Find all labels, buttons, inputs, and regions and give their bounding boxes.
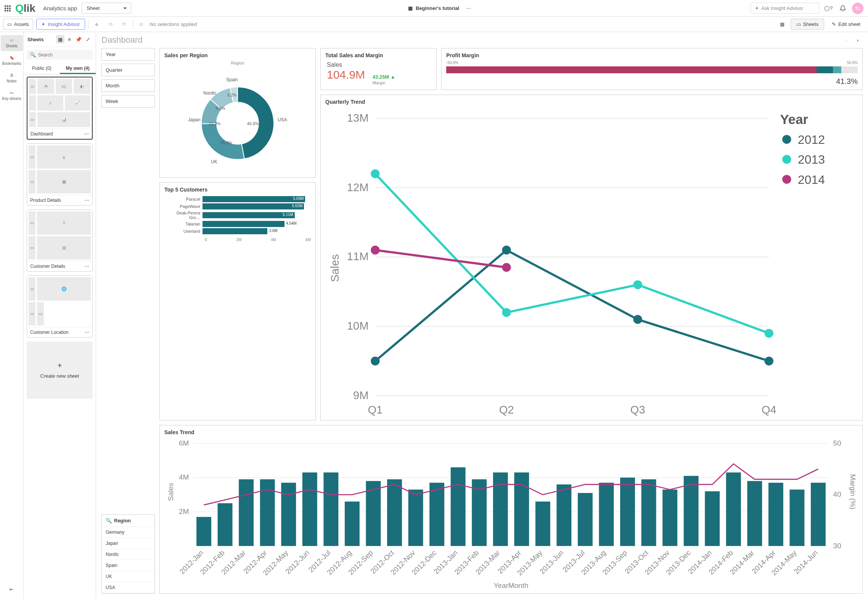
qlik-logo: Qlik xyxy=(15,2,35,14)
svg-rect-60 xyxy=(345,502,360,546)
filter-week[interactable]: Week xyxy=(101,95,155,108)
grid-icon[interactable]: ▦ xyxy=(777,19,788,30)
next-sheet-button[interactable]: › xyxy=(853,35,863,45)
svg-text:11M: 11M xyxy=(347,250,369,262)
insight-advisor-button[interactable]: ✦ Insight Advisor xyxy=(36,19,85,30)
sheet-card-dashboard[interactable]: ▭◔#1◐ ⫽📈 ▭📊 Dashboard⋯ xyxy=(27,77,93,140)
rail-key-drivers[interactable]: 🗝Key drivers xyxy=(1,88,23,104)
region-item[interactable]: Spain xyxy=(102,560,154,571)
key-icon: 🗝 xyxy=(10,91,14,95)
svg-rect-58 xyxy=(302,473,317,546)
grid-view-icon[interactable]: ▦ xyxy=(56,35,64,43)
more-icon[interactable]: ⋯ xyxy=(85,198,89,203)
svg-rect-70 xyxy=(556,485,571,546)
svg-point-33 xyxy=(371,246,379,254)
svg-rect-59 xyxy=(323,473,338,546)
search-input[interactable]: 🔍 xyxy=(27,50,93,60)
svg-rect-79 xyxy=(747,481,762,546)
step-forward-icon: ⟳ xyxy=(119,19,130,30)
sheet-card-customer-details[interactable]: ▭⠿▭▤ Customer Details⋯ xyxy=(27,209,93,272)
svg-rect-64 xyxy=(429,483,444,546)
svg-rect-75 xyxy=(662,490,677,546)
tutorial-title[interactable]: ▦ Beginner's tutorial xyxy=(408,5,459,11)
selections-status: No selections applied xyxy=(150,21,197,27)
edit-sheet-button[interactable]: ✎Edit sheet xyxy=(827,19,865,29)
svg-text:13M: 13M xyxy=(347,112,369,124)
sparkle-icon: ✦ xyxy=(755,5,759,11)
svg-rect-80 xyxy=(768,483,783,546)
svg-text:40: 40 xyxy=(833,491,841,499)
app-launcher-icon[interactable] xyxy=(5,5,11,11)
svg-rect-68 xyxy=(514,473,529,546)
filter-region: 🔍Region Germany Japan Nordic Spain UK US… xyxy=(101,514,155,594)
region-item[interactable]: USA xyxy=(102,582,154,593)
rail-sheets[interactable]: ▭Sheets xyxy=(1,35,23,51)
svg-text:9M: 9M xyxy=(353,389,368,401)
prev-sheet-button[interactable]: ‹ xyxy=(841,35,851,45)
sheets-icon: ▭ xyxy=(10,38,13,42)
sheet-card-label: Customer Details xyxy=(30,264,65,269)
svg-text:2M: 2M xyxy=(179,507,189,515)
svg-text:Sales: Sales xyxy=(329,254,341,282)
svg-rect-81 xyxy=(789,490,804,546)
svg-rect-57 xyxy=(281,483,296,546)
rail-bookmarks[interactable]: 🔖Bookmarks xyxy=(1,53,23,69)
kpi-profit-margin[interactable]: Profit Margin -50.0%50.0% 41.3% xyxy=(441,48,863,90)
sheet-card-customer-location[interactable]: ▭🌐▭▭ Customer Location⋯ xyxy=(27,275,93,338)
more-icon[interactable]: ⋯ xyxy=(463,3,474,14)
svg-point-28 xyxy=(765,357,773,366)
avatar[interactable]: TL xyxy=(852,3,863,14)
help-icon[interactable]: ◯? xyxy=(823,3,834,14)
svg-text:Q4: Q4 xyxy=(762,404,776,416)
region-item[interactable]: Japan xyxy=(102,538,154,549)
svg-text:12M: 12M xyxy=(347,181,369,193)
bookmark-icon: 🔖 xyxy=(10,56,14,60)
sheet-dropdown[interactable]: Sheet xyxy=(82,3,131,14)
tab-public[interactable]: Public (0) xyxy=(24,63,60,74)
sheet-card-product-details[interactable]: ▭⫼▭▦ Product Details⋯ xyxy=(27,143,93,206)
svg-rect-54 xyxy=(218,503,233,546)
app-name: Analytics app xyxy=(43,5,77,11)
create-new-sheet-button[interactable]: + Create new sheet xyxy=(27,341,93,399)
smart-search-icon[interactable]: ⟡ xyxy=(92,19,102,30)
svg-point-32 xyxy=(765,329,773,338)
tab-my-own[interactable]: My own (4) xyxy=(60,63,96,74)
svg-point-31 xyxy=(633,280,642,289)
svg-text:Sales: Sales xyxy=(167,483,175,501)
svg-text:UK: UK xyxy=(211,159,217,164)
kpi-total-sales[interactable]: Total Sales and Margin Sales 104.9M · 43… xyxy=(320,48,437,90)
more-icon[interactable]: ⋯ xyxy=(84,131,89,137)
region-item[interactable]: Germany xyxy=(102,527,154,538)
chart-quarterly-trend[interactable]: Quarterly Trend 9M10M11M12M13MQ1Q2Q3Q4Sa… xyxy=(320,95,863,420)
assets-button[interactable]: ▭ Assets xyxy=(3,19,33,30)
svg-text:Q3: Q3 xyxy=(630,404,645,416)
collapse-rail-icon[interactable]: ⇤ xyxy=(6,584,17,594)
filter-quarter[interactable]: Quarter xyxy=(101,64,155,76)
chart-top5-customers[interactable]: Top 5 Customers Paracel5.69MPageWave5.63… xyxy=(159,182,316,420)
sheets-button[interactable]: ▭Sheets xyxy=(791,19,824,30)
chart-sales-trend[interactable]: Sales Trend 2M4M6M304050SalesMargin (%)2… xyxy=(159,425,863,594)
tutorial-icon: ▦ xyxy=(408,5,413,11)
region-item[interactable]: UK xyxy=(102,571,154,582)
bell-icon[interactable] xyxy=(837,3,848,14)
svg-point-30 xyxy=(502,308,511,317)
svg-point-26 xyxy=(502,246,511,254)
filter-month[interactable]: Month xyxy=(101,79,155,92)
more-icon[interactable]: ⋯ xyxy=(85,330,89,335)
chart-sales-per-region[interactable]: Sales per Region Region USA45.5%UK26.9%J… xyxy=(159,48,316,178)
region-item[interactable]: Nordic xyxy=(102,549,154,560)
clear-selections-icon: ⊘ xyxy=(136,19,147,30)
list-view-icon[interactable]: ≡ xyxy=(65,35,74,43)
svg-text:2012: 2012 xyxy=(798,133,825,147)
pin-icon[interactable]: 📌 xyxy=(74,35,83,43)
svg-text:Japan: Japan xyxy=(188,117,201,122)
ask-insight-input[interactable]: ✦ Ask Insight Advisor xyxy=(751,3,819,14)
plus-icon: + xyxy=(58,361,62,370)
rail-notes[interactable]: 🗓Notes xyxy=(1,70,23,86)
expand-icon[interactable]: ⤢ xyxy=(84,35,92,43)
filter-year[interactable]: Year xyxy=(101,48,155,61)
svg-rect-65 xyxy=(451,467,466,546)
svg-text:Spain: Spain xyxy=(226,77,238,82)
svg-text:9.9%: 9.9% xyxy=(215,106,225,111)
more-icon[interactable]: ⋯ xyxy=(85,264,89,269)
